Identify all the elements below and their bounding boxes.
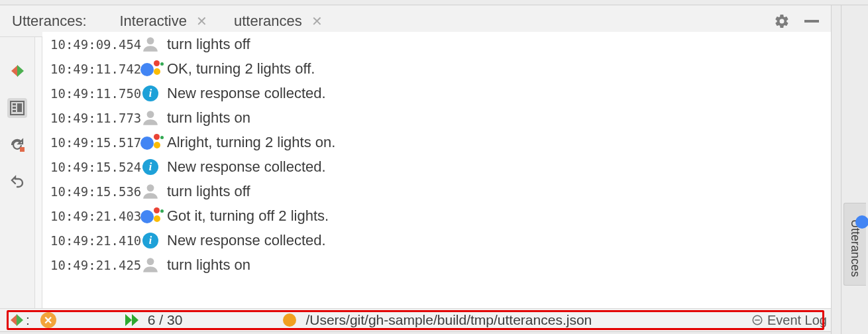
- timestamp: 10:49:21.410: [44, 233, 140, 248]
- file-path: /Users/git/gh-sample/build/tmp/utterance…: [305, 312, 592, 328]
- message: turn lights off: [167, 183, 250, 200]
- file-status-icon: [283, 313, 296, 327]
- svg-rect-1: [13, 103, 16, 105]
- info-icon: i: [140, 159, 160, 175]
- tab-label: Interactive: [120, 13, 188, 30]
- right-tab-utterances[interactable]: Utterances: [843, 203, 866, 286]
- tab-label: utterances: [234, 13, 302, 30]
- timestamp: 10:49:09.454: [44, 37, 140, 52]
- message: Got it, turning off 2 lights.: [167, 207, 329, 225]
- gear-icon[interactable]: [774, 13, 790, 29]
- status-bar: : ✕ 6 / 30 /Users/git/gh-sample/build/tm…: [0, 309, 831, 331]
- timestamp: 10:49:15.536: [44, 184, 140, 199]
- user-icon: [140, 36, 160, 53]
- timestamp: 10:49:11.773: [44, 111, 140, 125]
- svg-point-8: [147, 184, 154, 192]
- timestamp: 10:49:21.403: [44, 209, 140, 223]
- event-log-icon: [751, 314, 763, 326]
- user-icon: [140, 183, 160, 200]
- svg-rect-4: [17, 103, 22, 112]
- status-nav[interactable]: :: [11, 312, 32, 328]
- nav-arrows-button[interactable]: [7, 61, 27, 81]
- close-icon[interactable]: ✕: [311, 15, 323, 28]
- svg-point-7: [147, 111, 154, 118]
- timestamp: 10:49:11.750: [44, 86, 140, 101]
- right-tool-stripe: Utterances: [841, 5, 868, 334]
- svg-rect-2: [13, 107, 16, 109]
- status-file[interactable]: /Users/git/gh-sample/build/tmp/utterance…: [283, 312, 592, 328]
- log-line: 10:49:21.410 i New response collected.: [44, 228, 830, 252]
- svg-rect-3: [13, 110, 16, 112]
- log-line: 10:49:15.517 Alright, turning 2 lights o…: [44, 130, 830, 154]
- progress-text: 6 / 30: [148, 312, 183, 328]
- panel-title: Utterances:: [12, 13, 87, 30]
- user-icon: [140, 109, 160, 127]
- log-pane[interactable]: 10:49:09.454 turn lights off 10:49:11.74…: [42, 32, 831, 308]
- log-line: 10:49:15.536 turn lights off: [44, 179, 830, 203]
- svg-rect-5: [20, 147, 25, 152]
- undo-icon: [9, 174, 25, 190]
- log-line: 10:49:21.425 turn lights on: [44, 252, 830, 277]
- tool-column: [0, 37, 34, 308]
- gutter: [34, 37, 42, 308]
- refresh-icon: [9, 137, 25, 153]
- assistant-icon: [140, 134, 160, 151]
- timestamp: 10:49:15.524: [44, 160, 140, 174]
- user-icon: [140, 256, 160, 274]
- log-line: 10:49:21.403 Got it, turning off 2 light…: [44, 203, 830, 228]
- svg-point-9: [147, 258, 154, 265]
- timestamp: 10:49:21.425: [44, 258, 140, 272]
- message: turn lights on: [167, 109, 250, 127]
- top-divider: [0, 0, 868, 5]
- right-gutter[interactable]: [831, 5, 841, 334]
- refresh-button[interactable]: [7, 135, 27, 155]
- minimize-icon[interactable]: [804, 20, 819, 23]
- event-log-label: Event Log: [767, 313, 827, 328]
- log-line: 10:49:11.773 turn lights on: [44, 105, 830, 130]
- bottom-divider: [0, 331, 831, 334]
- timestamp: 10:49:11.742: [44, 62, 140, 76]
- info-icon: i: [140, 85, 160, 101]
- nav-arrows-icon: [11, 314, 23, 326]
- nav-arrows-icon: [11, 65, 24, 77]
- close-icon[interactable]: ✕: [196, 15, 207, 28]
- message: Alright, turning 2 lights on.: [167, 134, 335, 151]
- event-log-button[interactable]: Event Log: [751, 313, 827, 328]
- undo-button[interactable]: [7, 172, 27, 192]
- log-line: 10:49:09.454 turn lights off: [44, 32, 830, 56]
- status-error[interactable]: ✕: [40, 312, 56, 328]
- message: New response collected.: [167, 232, 326, 249]
- status-colon: :: [26, 312, 30, 328]
- message: turn lights on: [167, 256, 250, 274]
- log-line: 10:49:15.524 i New response collected.: [44, 154, 830, 179]
- message: turn lights off: [167, 36, 250, 53]
- message: New response collected.: [167, 85, 326, 102]
- assistant-icon: [140, 207, 160, 225]
- fast-forward-icon: [125, 314, 138, 326]
- svg-point-6: [147, 37, 154, 44]
- layout-icon: [10, 101, 25, 115]
- message: New response collected.: [167, 158, 326, 176]
- message: OK, turning 2 lights off.: [167, 60, 315, 78]
- timestamp: 10:49:15.517: [44, 135, 140, 150]
- info-icon: i: [140, 233, 160, 249]
- error-icon: ✕: [40, 312, 56, 328]
- status-progress[interactable]: 6 / 30: [125, 312, 183, 328]
- assistant-icon: [140, 60, 160, 78]
- log-line: 10:49:11.750 i New response collected.: [44, 81, 830, 105]
- layout-toggle-button[interactable]: [7, 98, 27, 118]
- log-line: 10:49:11.742 OK, turning 2 lights off.: [44, 56, 830, 81]
